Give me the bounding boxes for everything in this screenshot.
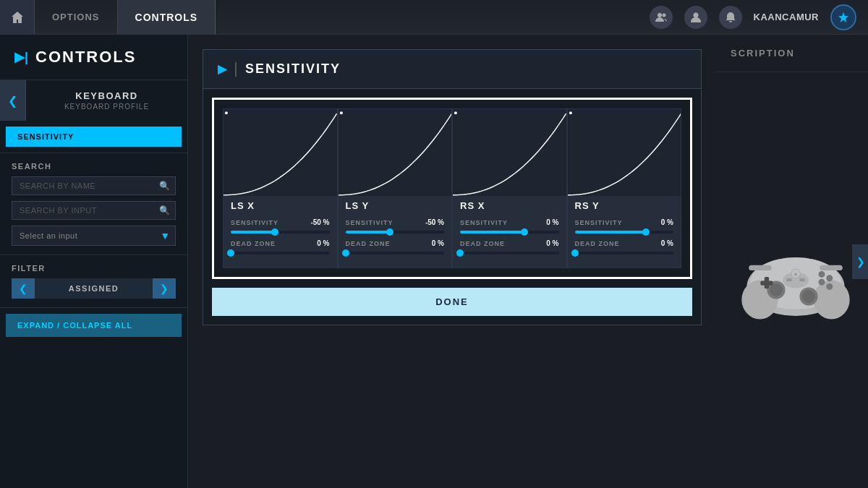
expand-collapse-button[interactable]: EXPAND / COLLAPSE ALL	[6, 314, 182, 337]
curve-svg-rs_y	[568, 109, 681, 196]
profile-icon-button[interactable]	[684, 6, 707, 29]
modal-header: ▶ SENSITIVITY	[203, 50, 701, 89]
controls-label: CONTROLS	[135, 12, 198, 23]
curve-svg-ls_x	[224, 109, 337, 196]
curve-card-ls_y: LS Y SENSITIVITY -50 % DEAD ZONE 0 %	[338, 108, 453, 268]
svg-point-0	[658, 13, 662, 17]
main-content: ▶| CONTROLS ❮ KEYBOARD KEYBOARD PROFILE …	[0, 35, 868, 488]
deadzone-name-ls_y: DEAD ZONE	[346, 240, 391, 247]
options-label: OPTIONS	[52, 12, 100, 22]
deadzone-slider-rs_x[interactable]	[460, 252, 559, 254]
curve-settings-ls_y: SENSITIVITY -50 % DEAD ZONE 0 %	[339, 214, 452, 267]
svg-rect-23	[820, 265, 843, 270]
keyboard-center: KEYBOARD KEYBOARD PROFILE	[26, 80, 187, 121]
nav-right-area: KAANCAMUR	[638, 0, 868, 34]
curve-canvas-ls_x[interactable]	[224, 109, 337, 196]
curve-label-ls_y: LS Y	[339, 196, 452, 214]
page-title: CONTROLS	[35, 48, 136, 67]
curve-settings-rs_x: SENSITIVITY 0 % DEAD ZONE 0 %	[453, 214, 566, 267]
friends-icon	[655, 12, 667, 23]
keyboard-profile-label: KEYBOARD PROFILE	[64, 103, 149, 111]
deadzone-row-ls_y: DEAD ZONE 0 %	[346, 239, 445, 247]
sensitivity-name-ls_y: SENSITIVITY	[346, 219, 393, 226]
svg-rect-22	[749, 265, 772, 270]
username-label: KAANCAMUR	[754, 12, 819, 22]
nav-options-tab[interactable]: OPTIONS	[35, 0, 118, 34]
emblem-icon	[837, 11, 850, 24]
filter-prev-button[interactable]: ❮	[12, 278, 35, 299]
sensitivity-row-ls_x: SENSITIVITY -50 %	[231, 218, 330, 226]
curve-card-rs_x: RS X SENSITIVITY 0 % DEAD ZONE 0 %	[452, 108, 567, 268]
controller-area: ✕	[716, 72, 868, 488]
center-panel: ▶ SENSITIVITY LS X SENSITIVITY -50 % DEA…	[188, 35, 716, 488]
curve-card-rs_y: RS Y SENSITIVITY 0 % DEAD ZONE 0 %	[567, 108, 682, 268]
player-emblem[interactable]	[830, 4, 856, 30]
deadzone-value-rs_x: 0 %	[546, 239, 558, 247]
sensitivity-value-ls_x: -50 %	[310, 218, 329, 226]
curve-canvas-rs_x[interactable]	[453, 109, 566, 196]
sensitivity-slider-rs_x[interactable]	[460, 231, 559, 234]
deadzone-row-rs_y: DEAD ZONE 0 %	[575, 239, 674, 247]
select-input-dropdown[interactable]: Select an input	[12, 226, 176, 246]
svg-point-21	[819, 271, 825, 278]
svg-point-20	[826, 283, 833, 290]
filter-next-button[interactable]: ❯	[153, 278, 176, 299]
deadzone-row-ls_x: DEAD ZONE 0 %	[231, 239, 330, 247]
modal-divider	[235, 62, 237, 77]
person-icon	[690, 12, 702, 23]
svg-rect-24	[786, 278, 791, 282]
home-button[interactable]	[0, 0, 35, 34]
sensitivity-slider-ls_x[interactable]	[231, 231, 330, 234]
svg-point-13	[770, 283, 783, 296]
right-nav-arrow-button[interactable]: ❯	[852, 244, 868, 279]
svg-point-5	[454, 111, 457, 114]
done-button[interactable]: DONE	[212, 288, 692, 316]
nav-controls-tab[interactable]: CONTROLS	[118, 0, 216, 34]
sensitivity-modal: ▶ SENSITIVITY LS X SENSITIVITY -50 % DEA…	[203, 49, 702, 325]
search-section: SEARCH 🔍 🔍 Select an input ▼	[0, 153, 187, 255]
top-nav: OPTIONS CONTROLS KAANCAMUR	[0, 0, 868, 35]
notifications-icon-button[interactable]	[719, 6, 742, 29]
modal-title: SENSITIVITY	[245, 61, 341, 77]
filter-nav: ❮ ASSIGNED ❯	[12, 278, 176, 299]
modal-body: LS X SENSITIVITY -50 % DEAD ZONE 0 % LS …	[212, 98, 692, 279]
select-input-wrap: Select an input ▼	[12, 226, 176, 246]
search-by-name-wrap: 🔍	[12, 176, 176, 195]
deadzone-slider-rs_y[interactable]	[575, 252, 674, 254]
deadzone-slider-ls_y[interactable]	[346, 252, 445, 254]
sensitivity-row-rs_x: SENSITIVITY 0 %	[460, 218, 559, 226]
deadzone-name-rs_x: DEAD ZONE	[460, 240, 505, 247]
sensitivity-name-rs_y: SENSITIVITY	[575, 219, 623, 226]
friend-icon-button[interactable]	[650, 6, 673, 29]
curve-settings-ls_x: SENSITIVITY -50 % DEAD ZONE 0 %	[224, 214, 337, 267]
deadzone-row-rs_x: DEAD ZONE 0 %	[460, 239, 559, 247]
deadzone-value-ls_x: 0 %	[317, 239, 329, 247]
keyboard-prev-button[interactable]: ❮	[0, 80, 26, 121]
sensitivity-slider-ls_y[interactable]	[346, 231, 445, 234]
filter-assigned-label: ASSIGNED	[35, 278, 153, 299]
deadzone-slider-ls_x[interactable]	[231, 252, 330, 254]
search-input-icon: 🔍	[159, 205, 170, 215]
right-panel: SCRIPTION	[716, 35, 868, 488]
curve-canvas-ls_y[interactable]	[339, 109, 452, 196]
sensitivity-value-ls_y: -50 %	[425, 218, 444, 226]
svg-point-15	[802, 290, 815, 303]
curve-label-rs_x: RS X	[453, 196, 566, 214]
curve-canvas-rs_y[interactable]	[568, 109, 681, 196]
sensitivity-name-rs_x: SENSITIVITY	[460, 219, 508, 226]
sensitivity-tab[interactable]: SENSITIVITY	[6, 127, 182, 147]
search-name-icon: 🔍	[159, 181, 170, 191]
svg-point-1	[662, 13, 665, 17]
svg-point-6	[569, 111, 571, 114]
svg-point-3	[225, 111, 228, 114]
sensitivity-slider-rs_y[interactable]	[575, 231, 674, 234]
curve-card-ls_x: LS X SENSITIVITY -50 % DEAD ZONE 0 %	[223, 108, 338, 268]
svg-rect-25	[799, 278, 804, 282]
sensitivity-value-rs_x: 0 %	[546, 218, 558, 226]
deadzone-value-rs_y: 0 %	[661, 239, 673, 247]
svg-point-19	[826, 275, 833, 281]
svg-point-18	[819, 279, 825, 286]
search-by-input-input[interactable]	[12, 201, 176, 220]
curve-label-ls_x: LS X	[224, 196, 337, 214]
search-by-name-input[interactable]	[12, 176, 176, 195]
